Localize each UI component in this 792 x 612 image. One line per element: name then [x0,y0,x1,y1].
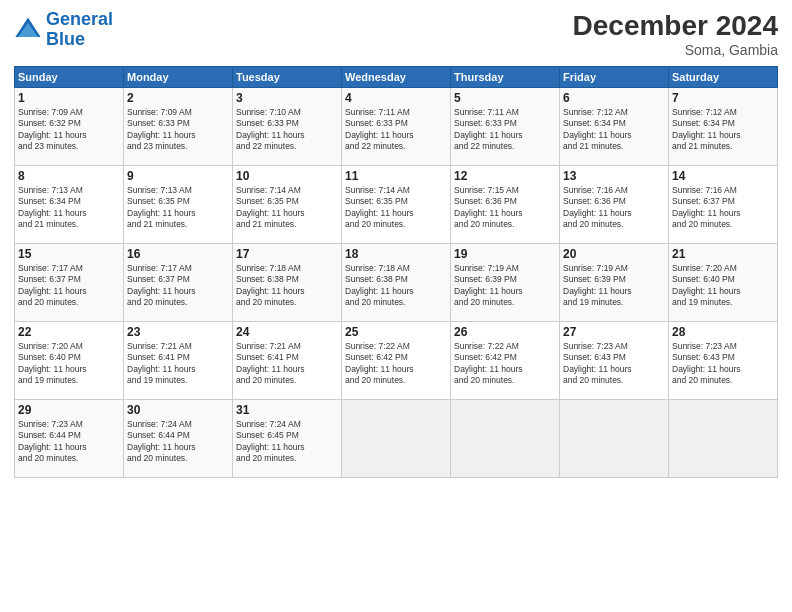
weekday-header-monday: Monday [124,67,233,88]
logo-line2: Blue [46,29,85,49]
day-info: Sunrise: 7:14 AM Sunset: 6:35 PM Dayligh… [345,185,447,231]
day-number: 9 [127,169,229,183]
day-info: Sunrise: 7:11 AM Sunset: 6:33 PM Dayligh… [345,107,447,153]
day-info: Sunrise: 7:11 AM Sunset: 6:33 PM Dayligh… [454,107,556,153]
calendar-cell [342,400,451,478]
calendar-cell: 30Sunrise: 7:24 AM Sunset: 6:44 PM Dayli… [124,400,233,478]
calendar-header-row: SundayMondayTuesdayWednesdayThursdayFrid… [15,67,778,88]
calendar-week-1: 1Sunrise: 7:09 AM Sunset: 6:32 PM Daylig… [15,88,778,166]
weekday-header-wednesday: Wednesday [342,67,451,88]
day-info: Sunrise: 7:12 AM Sunset: 6:34 PM Dayligh… [563,107,665,153]
day-number: 1 [18,91,120,105]
day-info: Sunrise: 7:17 AM Sunset: 6:37 PM Dayligh… [18,263,120,309]
day-number: 19 [454,247,556,261]
calendar-cell: 7Sunrise: 7:12 AM Sunset: 6:34 PM Daylig… [669,88,778,166]
day-info: Sunrise: 7:19 AM Sunset: 6:39 PM Dayligh… [563,263,665,309]
calendar-cell: 6Sunrise: 7:12 AM Sunset: 6:34 PM Daylig… [560,88,669,166]
calendar-cell: 13Sunrise: 7:16 AM Sunset: 6:36 PM Dayli… [560,166,669,244]
day-number: 13 [563,169,665,183]
day-number: 6 [563,91,665,105]
day-number: 17 [236,247,338,261]
logo-text: General Blue [46,10,113,50]
location: Soma, Gambia [573,42,778,58]
calendar-cell: 14Sunrise: 7:16 AM Sunset: 6:37 PM Dayli… [669,166,778,244]
weekday-header-tuesday: Tuesday [233,67,342,88]
day-number: 29 [18,403,120,417]
calendar-cell: 4Sunrise: 7:11 AM Sunset: 6:33 PM Daylig… [342,88,451,166]
calendar-cell: 31Sunrise: 7:24 AM Sunset: 6:45 PM Dayli… [233,400,342,478]
day-info: Sunrise: 7:16 AM Sunset: 6:36 PM Dayligh… [563,185,665,231]
page: General Blue December 2024 Soma, Gambia … [0,0,792,612]
day-info: Sunrise: 7:20 AM Sunset: 6:40 PM Dayligh… [672,263,774,309]
day-info: Sunrise: 7:21 AM Sunset: 6:41 PM Dayligh… [236,341,338,387]
day-info: Sunrise: 7:09 AM Sunset: 6:33 PM Dayligh… [127,107,229,153]
day-info: Sunrise: 7:09 AM Sunset: 6:32 PM Dayligh… [18,107,120,153]
day-info: Sunrise: 7:23 AM Sunset: 6:43 PM Dayligh… [563,341,665,387]
calendar-cell: 25Sunrise: 7:22 AM Sunset: 6:42 PM Dayli… [342,322,451,400]
day-info: Sunrise: 7:22 AM Sunset: 6:42 PM Dayligh… [345,341,447,387]
day-number: 23 [127,325,229,339]
calendar-cell [669,400,778,478]
calendar-cell: 22Sunrise: 7:20 AM Sunset: 6:40 PM Dayli… [15,322,124,400]
day-number: 18 [345,247,447,261]
calendar-cell: 9Sunrise: 7:13 AM Sunset: 6:35 PM Daylig… [124,166,233,244]
day-number: 20 [563,247,665,261]
logo-icon [14,16,42,44]
day-info: Sunrise: 7:17 AM Sunset: 6:37 PM Dayligh… [127,263,229,309]
day-number: 12 [454,169,556,183]
calendar-cell: 24Sunrise: 7:21 AM Sunset: 6:41 PM Dayli… [233,322,342,400]
calendar-table: SundayMondayTuesdayWednesdayThursdayFrid… [14,66,778,478]
weekday-header-thursday: Thursday [451,67,560,88]
calendar-cell: 28Sunrise: 7:23 AM Sunset: 6:43 PM Dayli… [669,322,778,400]
day-number: 8 [18,169,120,183]
day-number: 28 [672,325,774,339]
day-number: 30 [127,403,229,417]
day-info: Sunrise: 7:10 AM Sunset: 6:33 PM Dayligh… [236,107,338,153]
calendar-cell: 18Sunrise: 7:18 AM Sunset: 6:38 PM Dayli… [342,244,451,322]
day-info: Sunrise: 7:18 AM Sunset: 6:38 PM Dayligh… [345,263,447,309]
day-info: Sunrise: 7:14 AM Sunset: 6:35 PM Dayligh… [236,185,338,231]
calendar-cell: 16Sunrise: 7:17 AM Sunset: 6:37 PM Dayli… [124,244,233,322]
calendar-cell: 5Sunrise: 7:11 AM Sunset: 6:33 PM Daylig… [451,88,560,166]
calendar-cell: 27Sunrise: 7:23 AM Sunset: 6:43 PM Dayli… [560,322,669,400]
calendar-week-4: 22Sunrise: 7:20 AM Sunset: 6:40 PM Dayli… [15,322,778,400]
calendar-cell: 1Sunrise: 7:09 AM Sunset: 6:32 PM Daylig… [15,88,124,166]
calendar-week-5: 29Sunrise: 7:23 AM Sunset: 6:44 PM Dayli… [15,400,778,478]
logo-line1: General [46,9,113,29]
calendar-cell: 15Sunrise: 7:17 AM Sunset: 6:37 PM Dayli… [15,244,124,322]
weekday-header-friday: Friday [560,67,669,88]
calendar-cell: 12Sunrise: 7:15 AM Sunset: 6:36 PM Dayli… [451,166,560,244]
calendar-cell: 20Sunrise: 7:19 AM Sunset: 6:39 PM Dayli… [560,244,669,322]
day-number: 24 [236,325,338,339]
day-number: 16 [127,247,229,261]
calendar-week-3: 15Sunrise: 7:17 AM Sunset: 6:37 PM Dayli… [15,244,778,322]
day-number: 11 [345,169,447,183]
day-info: Sunrise: 7:18 AM Sunset: 6:38 PM Dayligh… [236,263,338,309]
calendar-cell: 19Sunrise: 7:19 AM Sunset: 6:39 PM Dayli… [451,244,560,322]
day-number: 7 [672,91,774,105]
day-info: Sunrise: 7:19 AM Sunset: 6:39 PM Dayligh… [454,263,556,309]
calendar-cell: 2Sunrise: 7:09 AM Sunset: 6:33 PM Daylig… [124,88,233,166]
calendar-cell: 11Sunrise: 7:14 AM Sunset: 6:35 PM Dayli… [342,166,451,244]
day-number: 27 [563,325,665,339]
day-number: 14 [672,169,774,183]
day-info: Sunrise: 7:23 AM Sunset: 6:44 PM Dayligh… [18,419,120,465]
day-info: Sunrise: 7:24 AM Sunset: 6:45 PM Dayligh… [236,419,338,465]
day-info: Sunrise: 7:22 AM Sunset: 6:42 PM Dayligh… [454,341,556,387]
weekday-header-sunday: Sunday [15,67,124,88]
day-info: Sunrise: 7:23 AM Sunset: 6:43 PM Dayligh… [672,341,774,387]
calendar-cell: 17Sunrise: 7:18 AM Sunset: 6:38 PM Dayli… [233,244,342,322]
day-info: Sunrise: 7:20 AM Sunset: 6:40 PM Dayligh… [18,341,120,387]
calendar-cell: 23Sunrise: 7:21 AM Sunset: 6:41 PM Dayli… [124,322,233,400]
day-info: Sunrise: 7:16 AM Sunset: 6:37 PM Dayligh… [672,185,774,231]
day-number: 10 [236,169,338,183]
day-number: 3 [236,91,338,105]
day-number: 22 [18,325,120,339]
header: General Blue December 2024 Soma, Gambia [14,10,778,58]
calendar-cell: 26Sunrise: 7:22 AM Sunset: 6:42 PM Dayli… [451,322,560,400]
day-number: 26 [454,325,556,339]
day-info: Sunrise: 7:13 AM Sunset: 6:35 PM Dayligh… [127,185,229,231]
day-number: 25 [345,325,447,339]
title-block: December 2024 Soma, Gambia [573,10,778,58]
calendar-cell [451,400,560,478]
